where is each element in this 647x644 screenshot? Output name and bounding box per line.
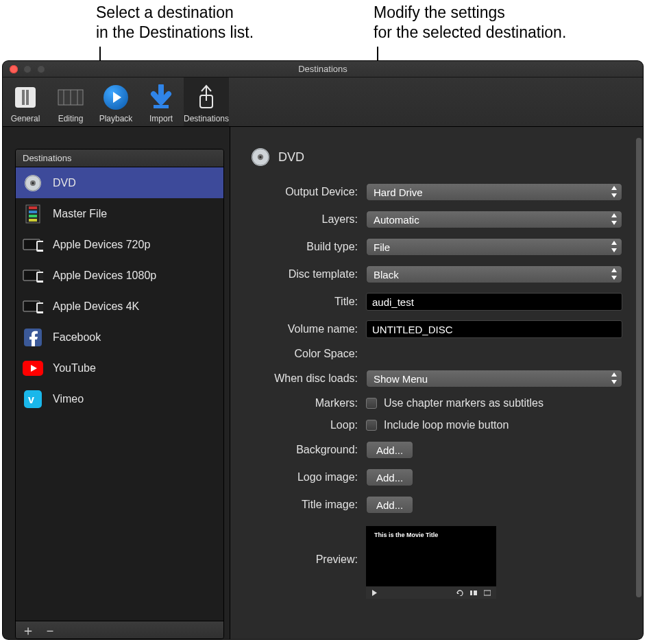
preview-caption: This is the Movie Title [374,532,438,538]
svg-text:v: v [28,394,34,405]
destination-label: Apple Devices 1080p [53,270,156,282]
destination-label: Facebook [53,331,101,344]
remove-destination-button[interactable]: － [43,623,57,637]
color-space-label: Color Space: [251,348,358,360]
disc-icon [251,147,270,167]
film-icon [23,204,43,224]
logo-image-add-button[interactable]: Add... [366,468,413,486]
chevron-updown-icon [611,241,618,252]
sidebar-footer: ＋ － [16,621,223,639]
when-disc-loads-value: Show Menu [374,373,428,385]
svg-rect-2 [26,90,29,105]
destination-label: DVD [53,177,76,189]
markers-label: Markers: [251,397,358,409]
svg-rect-37 [484,591,491,595]
chevron-updown-icon [611,268,618,280]
destination-item-facebook[interactable]: Facebook [16,322,223,353]
layers-select[interactable]: Automatic [366,211,622,228]
facebook-icon [23,327,43,348]
devices-icon [23,296,43,317]
loop-text: Include loop movie button [384,419,509,431]
chevron-updown-icon [611,213,618,225]
chevron-updown-icon [611,372,618,384]
preview-label: Preview: [251,526,358,566]
vertical-scrollbar[interactable] [636,138,642,597]
logo-image-label: Logo image: [251,471,358,484]
background-add-button[interactable]: Add... [366,441,413,459]
volume-name-label: Volume name: [251,323,358,335]
title-field[interactable]: audi_test [366,293,622,311]
loop-label: Loop: [251,419,358,431]
markers-text: Use chapter markers as subtitles [384,397,544,409]
svg-rect-14 [29,206,37,209]
destination-item-master-file[interactable]: Master File [16,198,223,229]
destination-item-apple-4k[interactable]: Apple Devices 4K [16,291,223,322]
callout-left: Select a destination in the Destinations… [96,3,315,43]
titlebar: Destinations [3,61,643,77]
when-disc-loads-select[interactable]: Show Menu [366,370,622,387]
output-device-value: Hard Drive [374,187,423,198]
destinations-list: DVD Master File Apple De [16,167,223,621]
build-type-select[interactable]: File [366,238,622,256]
destination-item-youtube[interactable]: YouTube [16,353,223,383]
output-device-label: Output Device: [251,186,358,198]
destination-label: Master File [53,208,107,220]
tab-destinations[interactable]: Destinations [184,77,229,126]
svg-rect-17 [29,219,37,222]
preview-play-icon[interactable] [371,590,378,596]
tab-import[interactable]: Import [138,77,184,126]
build-type-label: Build type: [251,241,358,253]
tab-label: Destinations [184,114,229,123]
destination-item-apple-1080p[interactable]: Apple Devices 1080p [16,260,223,291]
add-destination-button[interactable]: ＋ [21,623,35,637]
svg-rect-15 [29,211,37,213]
destination-detail-panel: DVD Output Device: Hard Drive Layers: Au [230,127,643,639]
destinations-sidebar: Destinations DVD Master Fi [3,127,230,639]
layers-value: Automatic [374,214,419,226]
preview-chapters-icon[interactable] [470,590,477,596]
chevron-updown-icon [611,186,618,198]
callout-right: Modify the settings for the selected des… [374,3,641,43]
when-disc-loads-label: When disc loads: [251,372,358,385]
tab-label: Editing [58,114,84,123]
output-device-select[interactable]: Hard Drive [366,183,622,201]
svg-rect-36 [474,591,477,595]
loop-checkbox[interactable] [366,420,377,431]
title-value: audi_test [372,296,414,308]
svg-rect-16 [29,215,37,217]
tab-label: Import [149,114,173,123]
destination-label: Apple Devices 4K [53,300,139,313]
window-title: Destinations [3,61,643,77]
destination-item-apple-720p[interactable]: Apple Devices 720p [16,229,223,260]
destination-label: Vimeo [53,393,84,405]
sidebar-header: Destinations [16,150,223,167]
title-image-add-button[interactable]: Add... [366,496,413,514]
background-label: Background: [251,444,358,456]
markers-checkbox[interactable] [366,398,377,409]
svg-rect-35 [470,591,472,595]
devices-icon [23,265,43,286]
title-label: Title: [251,296,358,308]
disc-template-value: Black [374,269,399,281]
tab-general[interactable]: General [3,77,48,126]
disc-template-label: Disc template: [251,268,358,281]
import-icon [147,84,175,111]
destinations-icon [193,84,220,111]
disc-template-select[interactable]: Black [366,265,622,283]
preview-loop-icon[interactable] [456,590,463,596]
vimeo-icon: v [23,389,43,409]
tab-label: Playback [99,114,133,123]
preferences-window: Destinations General Editing Playback [3,61,643,639]
tab-playback[interactable]: Playback [93,77,138,126]
volume-name-field[interactable]: UNTITLED_DISC [366,320,622,338]
destination-item-dvd[interactable]: DVD [16,167,223,198]
destination-item-vimeo[interactable]: v Vimeo [16,383,223,414]
svg-rect-20 [38,242,43,250]
build-type-value: File [374,241,390,253]
preview-menu-icon[interactable] [484,590,491,596]
preferences-toolbar: General Editing Playback Import [3,77,643,127]
svg-point-34 [259,156,261,158]
volume-name-value: UNTITLED_DISC [372,324,453,335]
tab-editing[interactable]: Editing [48,77,93,126]
playback-icon [102,84,130,111]
